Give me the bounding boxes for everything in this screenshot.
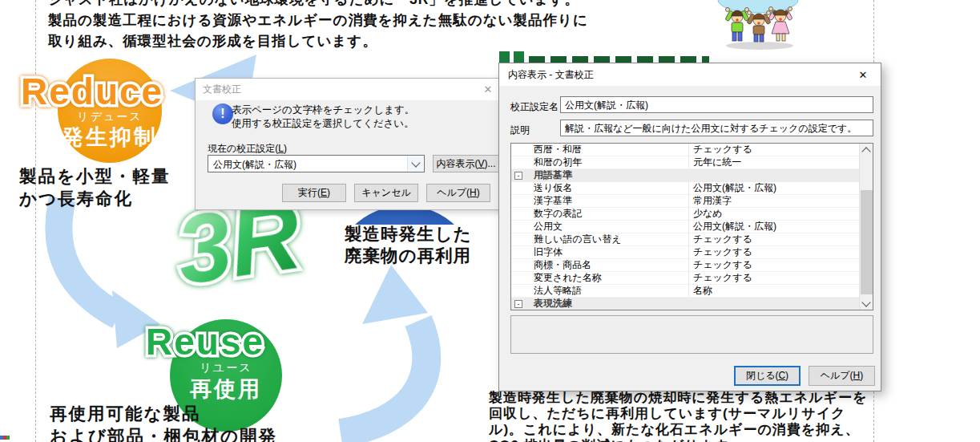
intro-line: ジャスト社はかけがえのない地球環境を守るために「3R」を推進しています。 [48, 0, 588, 10]
setting-value: チェックする [688, 272, 859, 284]
heading-bullet-square [514, 51, 524, 63]
row-gutter [511, 156, 527, 168]
setting-value: 常用漢字 [688, 195, 859, 207]
row-gutter: - [511, 169, 527, 182]
setting-name-label: 校正設定名 [510, 100, 559, 114]
setting-row[interactable]: 西暦・和暦チェックする [511, 144, 859, 156]
intro-line: 製品の製造工程における資源やエネルギーの消費を抑えた無駄のない製品作りに [48, 10, 588, 30]
combobox-value: 公用文(解説・広報) [213, 158, 296, 172]
setting-name: 表現洗練 [527, 298, 688, 310]
proof-dialog: 文書校正 ✕ ! 表示ページの文字枠をチェックします。 使用する校正設定を選択し… [195, 78, 505, 210]
row-gutter [511, 182, 527, 194]
close-button[interactable]: 閉じる(C) [734, 366, 801, 386]
setting-row[interactable]: 数字の表記少なめ [511, 208, 859, 221]
heading-text-clipped [529, 56, 709, 63]
row-gutter [511, 246, 527, 258]
content-dialog-titlebar[interactable]: 内容表示 - 文書校正 ✕ [499, 63, 881, 86]
row-gutter [511, 259, 527, 271]
close-icon[interactable]: ✕ [845, 63, 881, 86]
description-label: 説明 [510, 124, 530, 137]
help-button[interactable]: ヘルプ(H) [809, 366, 875, 386]
content-dialog-title: 内容表示 - 文書校正 [508, 68, 594, 82]
setting-value: 公用文(解説・広報) [688, 221, 859, 233]
thermal-line: 回収し、ただちに再利用しています(サーマルリサイク [489, 406, 867, 422]
setting-row[interactable]: 旧字体チェックする [511, 246, 859, 259]
view-contents-button[interactable]: 内容表示(V)... [433, 155, 499, 172]
scroll-down-icon[interactable] [860, 297, 873, 310]
setting-name: 法人等略語 [527, 285, 688, 297]
reuse-label: 再使用 [170, 375, 282, 403]
thermal-paragraph: 製造時発生した廃棄物の焼却時に発生する熱エネルギーを 回収し、ただちに再利用して… [489, 390, 867, 442]
proof-dialog-title: 文書校正 [203, 83, 241, 96]
reduce-caption: 製品を小型・軽量 かつ長寿命化 [19, 165, 171, 210]
proof-dialog-message: 表示ページの文字枠をチェックします。 使用する校正設定を選択してください。 [232, 103, 414, 131]
reduce-label: 発生抑制 [58, 123, 162, 152]
cancel-button[interactable]: キャンセル [354, 184, 418, 202]
row-gutter [511, 208, 527, 220]
intro-paragraph: ジャスト社はかけがえのない地球環境を守るために「3R」を推進しています。 製品の… [48, 0, 588, 51]
setting-name: 数字の表記 [527, 208, 688, 220]
setting-name: 難しい語の言い替え [527, 233, 688, 245]
thermal-line: 製造時発生した廃棄物の焼却時に発生する熱エネルギーを [489, 390, 867, 406]
setting-row[interactable]: 送り仮名公用文(解説・広報) [511, 182, 859, 195]
recycle-caption: 製造時発生した 廃棄物の再利用 [345, 224, 472, 267]
setting-value: 元年に統一 [688, 156, 859, 168]
setting-name: 西暦・和暦 [527, 144, 688, 156]
setting-row[interactable]: 公用文公用文(解説・広報) [511, 221, 859, 233]
setting-value: 少なめ [688, 208, 859, 220]
proof-setting-combobox[interactable]: 公用文(解説・広報) [208, 155, 425, 172]
setting-name: 旧字体 [527, 246, 688, 258]
row-gutter [511, 233, 527, 245]
setting-name: 商標・商品名 [527, 259, 688, 271]
document-page: Reduce Reuse 3R リデュース 発生抑制 リユース 再使用 ジャスト… [0, 0, 980, 442]
collapse-minus-icon[interactable]: - [514, 300, 522, 308]
setting-row[interactable]: 変更された名称チェックする [511, 272, 859, 285]
thermal-line: CO2 排出量の削減にもつながります。 [489, 438, 867, 442]
setting-value [688, 298, 859, 310]
row-gutter [511, 195, 527, 207]
setting-row[interactable]: 法人等略語名称 [511, 285, 859, 298]
caption-line: 製品を小型・軽量 [19, 165, 171, 188]
reuse-caption: 再使用可能な製品 および部品・梱包材の開発 [50, 403, 277, 442]
setting-name: 和暦の初年 [527, 156, 688, 168]
scrollbar-thumb[interactable] [861, 190, 873, 294]
intro-line: 取り組み、循環型社会の形成を目指しています。 [48, 30, 588, 51]
reuse-wordart: Reuse [143, 321, 303, 366]
detail-description-box [510, 315, 873, 354]
svg-text:Reuse: Reuse [146, 321, 264, 363]
scroll-up-icon[interactable] [860, 144, 873, 156]
setting-row[interactable]: 商標・商品名チェックする [511, 259, 859, 272]
caption-line: 製造時発生した [345, 224, 472, 245]
settings-rows: 西暦・和暦チェックする和暦の初年元年に統一-用語基準送り仮名公用文(解説・広報)… [511, 144, 859, 310]
message-line: 表示ページの文字枠をチェックします。 [232, 103, 414, 117]
setting-name: 変更された名称 [527, 272, 688, 284]
setting-row[interactable]: 和暦の初年元年に統一 [511, 156, 859, 169]
setting-value: チェックする [688, 259, 859, 271]
collapse-minus-icon[interactable]: - [514, 172, 522, 180]
content-view-dialog: 内容表示 - 文書校正 ✕ 校正設定名 公用文(解説・広報) 説明 解説・広報な… [498, 63, 881, 391]
row-gutter [511, 285, 527, 297]
svg-text:Reduce: Reduce [21, 71, 163, 112]
help-button[interactable]: ヘルプ(H) [426, 184, 490, 202]
children-clipart [715, 0, 805, 50]
run-button[interactable]: 実行(E) [282, 184, 346, 202]
setting-row[interactable]: 難しい語の言い替えチェックする [511, 233, 859, 246]
caption-line: 再使用可能な製品 [50, 403, 277, 425]
description-field[interactable]: 解説・広報など一般に向けた公用文に対するチェックの設定です。 [560, 120, 873, 136]
row-gutter [511, 272, 527, 284]
setting-name-field[interactable]: 公用文(解説・広報) [560, 96, 873, 113]
setting-value: 名称 [688, 285, 859, 297]
setting-section-row[interactable]: -表現洗練 [511, 298, 859, 310]
heading-bullet-square [499, 51, 510, 63]
chevron-down-icon[interactable] [407, 156, 423, 171]
setting-row[interactable]: 漢字基準常用漢字 [511, 195, 859, 208]
setting-name: 漢字基準 [527, 195, 688, 207]
setting-name: 公用文 [527, 221, 688, 233]
proof-dialog-titlebar[interactable]: 文書校正 ✕ [196, 79, 504, 100]
setting-value: 公用文(解説・広報) [688, 182, 859, 194]
current-setting-label: 現在の校正設定(L) [208, 142, 287, 156]
settings-table: 西暦・和暦チェックする和暦の初年元年に統一-用語基準送り仮名公用文(解説・広報)… [510, 143, 873, 310]
vertical-scrollbar[interactable] [859, 144, 873, 310]
setting-section-row[interactable]: -用語基準 [511, 169, 859, 182]
message-line: 使用する校正設定を選択してください。 [232, 117, 414, 131]
